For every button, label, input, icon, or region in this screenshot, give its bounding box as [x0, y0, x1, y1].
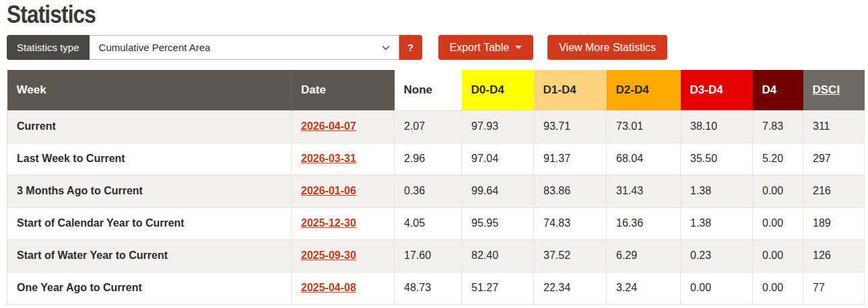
none-value-cell: 2.96 [395, 143, 462, 175]
week-cell: Start of Calendar Year to Current [7, 207, 292, 239]
statistics-type-selected-value: Cumulative Percent Area [99, 42, 211, 53]
statistics-type-label: Statistics type [7, 35, 90, 60]
export-table-label: Export Table [450, 42, 510, 54]
date-cell: 2026-04-07 [292, 110, 395, 143]
date-cell: 2025-04-08 [292, 272, 395, 304]
none-value-cell: 2.07 [395, 110, 462, 143]
d3-value-cell: 1.38 [681, 175, 753, 207]
d1-value-cell: 83.86 [534, 175, 607, 207]
statistics-table: WeekDateNoneD0-D4D1-D4D2-D4D3-D4D4DSCI C… [7, 70, 865, 305]
d0-value-cell: 51.27 [462, 272, 534, 304]
view-more-statistics-button[interactable]: View More Statistics [547, 35, 667, 60]
date-cell: 2026-03-31 [292, 143, 395, 175]
d3-value-cell: 35.50 [681, 143, 753, 175]
d0-value-cell: 97.93 [462, 110, 534, 143]
table-row: Last Week to Current2026-03-312.9697.049… [7, 143, 865, 175]
column-header-d2: D2-D4 [607, 70, 681, 110]
week-cell: 3 Months Ago to Current [7, 175, 292, 207]
toolbar: Statistics type Cumulative Percent Area … [7, 35, 863, 60]
table-row: One Year Ago to Current2025-04-0848.7351… [7, 272, 865, 304]
statistics-type-select[interactable]: Cumulative Percent Area [90, 35, 399, 60]
d1-value-cell: 93.71 [534, 110, 607, 143]
d3-value-cell: 38.10 [681, 110, 753, 143]
week-cell: Start of Water Year to Current [7, 239, 292, 272]
date-link[interactable]: 2025-04-08 [301, 282, 356, 293]
column-header-d3: D3-D4 [681, 70, 753, 110]
column-header-none: None [395, 70, 462, 110]
date-cell: 2025-12-30 [292, 207, 395, 239]
column-header-d1: D1-D4 [534, 70, 607, 110]
chevron-down-icon [381, 43, 391, 52]
table-row: 3 Months Ago to Current2026-01-060.3699.… [7, 175, 865, 207]
d2-value-cell: 73.01 [607, 110, 681, 143]
date-link[interactable]: 2026-01-06 [301, 185, 356, 196]
d3-value-cell: 1.38 [681, 207, 753, 239]
column-header-date: Date [292, 70, 395, 110]
date-cell: 2026-01-06 [292, 175, 395, 207]
help-button[interactable]: ? [399, 35, 422, 60]
d3-value-cell: 0.23 [681, 239, 753, 272]
dsci-value-cell: 297 [803, 143, 865, 175]
d4-value-cell: 0.00 [753, 207, 803, 239]
statistics-table-body: Current2026-04-072.0797.9393.7173.0138.1… [7, 110, 865, 304]
date-link[interactable]: 2025-12-30 [301, 217, 356, 229]
d2-value-cell: 3.24 [607, 272, 681, 304]
table-row: Current2026-04-072.0797.9393.7173.0138.1… [7, 110, 865, 143]
week-cell: Current [7, 110, 292, 143]
dsci-value-cell: 216 [803, 175, 865, 207]
column-header-d4: D4 [753, 70, 803, 110]
table-row: Start of Calendar Year to Current2025-12… [7, 207, 865, 239]
statistics-type-group: Statistics type Cumulative Percent Area … [7, 35, 422, 60]
d1-value-cell: 22.34 [534, 272, 607, 304]
d1-value-cell: 74.83 [534, 207, 607, 239]
d4-value-cell: 0.00 [753, 175, 803, 207]
column-header-d0: D0-D4 [462, 70, 534, 110]
none-value-cell: 0.36 [395, 175, 462, 207]
d0-value-cell: 99.64 [462, 175, 534, 207]
dsci-value-cell: 77 [803, 272, 865, 304]
d2-value-cell: 6.29 [607, 239, 681, 272]
none-value-cell: 4.05 [395, 207, 462, 239]
export-table-button[interactable]: Export Table [438, 35, 534, 60]
d3-value-cell: 0.00 [681, 272, 753, 304]
dsci-value-cell: 311 [803, 110, 865, 143]
d4-value-cell: 7.83 [753, 110, 803, 143]
date-link[interactable]: 2026-03-31 [301, 153, 356, 164]
caret-down-icon [515, 46, 522, 49]
d0-value-cell: 97.04 [462, 143, 534, 175]
d4-value-cell: 0.00 [753, 239, 803, 272]
column-header-dsci[interactable]: DSCI [803, 70, 865, 110]
d2-value-cell: 31.43 [607, 175, 681, 207]
week-cell: Last Week to Current [7, 143, 292, 175]
week-cell: One Year Ago to Current [7, 272, 292, 304]
d1-value-cell: 37.52 [534, 239, 607, 272]
d4-value-cell: 0.00 [753, 272, 803, 304]
d0-value-cell: 82.40 [462, 239, 534, 272]
dsci-value-cell: 126 [803, 239, 865, 272]
d0-value-cell: 95.95 [462, 207, 534, 239]
date-link[interactable]: 2026-04-07 [301, 120, 356, 132]
table-row: Start of Water Year to Current2025-09-30… [7, 239, 865, 272]
page-title: Statistics [7, 0, 760, 30]
none-value-cell: 48.73 [395, 272, 462, 304]
dsci-header-link[interactable]: DSCI [813, 83, 840, 96]
date-link[interactable]: 2025-09-30 [301, 249, 356, 261]
d4-value-cell: 5.20 [753, 143, 803, 175]
table-header-row: WeekDateNoneD0-D4D1-D4D2-D4D3-D4D4DSCI [7, 70, 865, 110]
d2-value-cell: 68.04 [607, 143, 681, 175]
none-value-cell: 17.60 [395, 239, 462, 272]
column-header-week: Week [7, 70, 292, 110]
d2-value-cell: 16.36 [607, 207, 681, 239]
dsci-value-cell: 189 [803, 207, 865, 239]
d1-value-cell: 91.37 [534, 143, 607, 175]
view-more-statistics-label: View More Statistics [559, 42, 656, 54]
date-cell: 2025-09-30 [292, 239, 395, 272]
